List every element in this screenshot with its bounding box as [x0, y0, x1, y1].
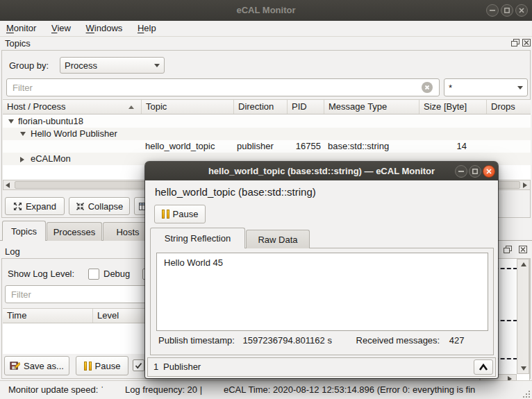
- column-header-size[interactable]: Size [Byte]: [419, 100, 487, 114]
- publisher-label: Publisher: [163, 362, 201, 372]
- dialog-titlebar[interactable]: hello_world_topic (base:std::string) — e…: [145, 162, 498, 180]
- dialog-maximize-icon[interactable]: [469, 165, 481, 178]
- column-header-pid[interactable]: PID: [288, 100, 324, 114]
- scroll-right-icon[interactable]: [523, 182, 527, 188]
- monitor-update-speed: Monitor update speed: ˈ: [8, 381, 103, 399]
- minimize-icon[interactable]: [486, 4, 499, 17]
- debug-checkbox-label: Debug: [103, 269, 130, 279]
- right-dock-close-icon[interactable]: [518, 245, 528, 254]
- dialog-title: hello_world_topic (base:std::string) — e…: [145, 162, 498, 180]
- tree-expander-collapsed-icon[interactable]: [20, 157, 24, 162]
- column-header-host-process[interactable]: Host / Process: [3, 100, 142, 114]
- column-header-topic[interactable]: Topic: [142, 100, 234, 114]
- received-messages-value: 427: [449, 335, 465, 346]
- column-header-direction[interactable]: Direction: [234, 100, 288, 114]
- message-text-area[interactable]: Hello World 45: [156, 253, 488, 331]
- status-bar: Monitor update speed: ˈ Log frequency: 2…: [0, 380, 532, 399]
- column-header-time[interactable]: Time: [3, 309, 93, 323]
- host-cell: Hello World Publisher: [31, 128, 117, 140]
- message-type-cell: base:std::string: [328, 140, 418, 153]
- menu-help[interactable]: Help: [131, 21, 163, 35]
- expand-icon: [13, 202, 22, 211]
- chevron-up-icon: [479, 364, 488, 371]
- right-dock-float-icon[interactable]: [503, 245, 513, 254]
- ecal-time: eCAL Time: 2020-08-12 12:53:14.896 (Erro…: [224, 381, 475, 399]
- timestamp-row: Publish timestamp: 1597236794.801162 s R…: [158, 335, 465, 346]
- maximize-icon[interactable]: [501, 4, 513, 17]
- topics-dock-title: Topics: [5, 38, 31, 49]
- chevron-down-icon: [154, 64, 160, 67]
- tab-string-reflection[interactable]: String Reflection: [150, 228, 245, 248]
- sort-ascending-icon: [128, 105, 134, 109]
- resize-grip[interactable]: [522, 390, 531, 398]
- save-icon: [10, 361, 20, 371]
- scroll-down-icon[interactable]: [521, 366, 526, 371]
- filter-scope-combobox[interactable]: *: [444, 78, 528, 96]
- tab-processes[interactable]: Processes: [47, 222, 102, 241]
- topic-cell: hello_world_topic: [145, 140, 233, 153]
- chevron-down-icon: [517, 86, 523, 90]
- menu-windows[interactable]: Windows: [80, 21, 129, 35]
- host-cell: eCALMon: [31, 153, 71, 165]
- scroll-left-icon[interactable]: [6, 182, 10, 188]
- pause-icon: [84, 362, 92, 371]
- collapse-icon: [76, 202, 85, 211]
- collapse-button[interactable]: Collapse: [69, 197, 130, 215]
- direction-cell: publisher: [237, 140, 287, 153]
- column-header-drops[interactable]: Drops: [487, 100, 531, 114]
- system-info-vscrollbar[interactable]: [517, 259, 529, 374]
- host-cell: florian-ubuntu18: [18, 115, 83, 128]
- dialog-close-icon[interactable]: [483, 165, 495, 178]
- tree-expander-expanded-icon[interactable]: [8, 119, 14, 124]
- received-messages-label: Received messages:: [356, 335, 440, 346]
- publish-timestamp-label: Publish timestamp:: [158, 335, 235, 346]
- scroll-up-icon[interactable]: [521, 262, 526, 266]
- group-by-combobox[interactable]: Process: [60, 57, 165, 74]
- menu-monitor[interactable]: Monitor: [0, 21, 42, 35]
- expand-publisher-list-button[interactable]: [474, 359, 493, 375]
- save-as-button[interactable]: Save as...: [4, 356, 69, 375]
- dialog-pause-button[interactable]: Pause: [154, 205, 206, 223]
- topics-dock-float-icon[interactable]: [510, 38, 520, 47]
- main-titlebar[interactable]: eCAL Monitor: [0, 0, 532, 22]
- publisher-bar: 1 Publisher: [147, 357, 496, 377]
- topics-table-header: Host / Process Topic Direction PID Messa…: [3, 99, 531, 114]
- topics-dock-close-icon[interactable]: [522, 38, 531, 47]
- table-row[interactable]: florian-ubuntu18: [3, 115, 531, 128]
- publish-timestamp-value: 1597236794.801162 s: [242, 335, 331, 346]
- message-text: Hello World 45: [164, 257, 223, 268]
- topic-heading: hello_world_topic (base:std::string): [155, 186, 316, 198]
- topics-filter-input[interactable]: [6, 78, 440, 96]
- window-title: eCAL Monitor: [0, 0, 532, 21]
- log-frequency: Log frequency: 20 |: [125, 381, 202, 399]
- pause-icon: [162, 210, 169, 219]
- topic-dialog: hello_world_topic (base:std::string) — e…: [145, 162, 498, 378]
- column-header-message-type[interactable]: Message Type: [324, 100, 419, 114]
- menu-view[interactable]: View: [45, 21, 77, 35]
- log-pause-button[interactable]: Pause: [76, 356, 128, 375]
- tab-topics[interactable]: Topics: [2, 221, 46, 241]
- table-row[interactable]: Hello World Publisher: [3, 128, 531, 140]
- ecal-monitor-window: eCAL Monitor Monitor View Windows Help T…: [0, 0, 532, 399]
- publisher-count: 1: [153, 362, 158, 372]
- debug-checkbox[interactable]: [88, 269, 99, 280]
- clear-filter-icon[interactable]: [422, 82, 433, 93]
- group-by-label: Group by:: [9, 60, 49, 71]
- table-row[interactable]: hello_world_topic publisher 16755 base:s…: [3, 140, 531, 153]
- close-icon[interactable]: [515, 4, 528, 17]
- size-cell: 14: [419, 140, 467, 153]
- pid-cell: 16755: [288, 140, 321, 153]
- expand-button[interactable]: Expand: [5, 197, 65, 215]
- show-log-level-label: Show Log Level:: [8, 269, 74, 279]
- tab-raw-data[interactable]: Raw Data: [246, 230, 310, 248]
- dialog-minimize-icon[interactable]: [455, 165, 467, 178]
- tree-expander-expanded-icon[interactable]: [20, 132, 26, 136]
- checkmark-icon: [135, 362, 142, 369]
- menu-bar: Monitor View Windows Help: [0, 21, 532, 37]
- autoscroll-checkbox[interactable]: [133, 359, 144, 371]
- log-dock-title: Log: [5, 246, 20, 257]
